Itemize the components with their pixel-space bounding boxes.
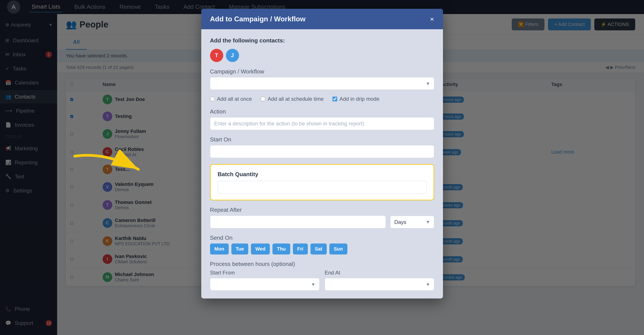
contacts-label: Add the following contacts: [210, 37, 434, 44]
day-btn-wed[interactable]: Wed [251, 243, 270, 254]
add-at-once-label: Add all at once [217, 96, 252, 102]
arrow-annotation [62, 150, 167, 194]
day-btn-thu[interactable]: Thu [272, 243, 290, 254]
end-at-select-wrapper [325, 278, 434, 290]
day-btn-tue[interactable]: Tue [231, 243, 248, 254]
action-input[interactable] [210, 117, 434, 130]
repeat-after-select[interactable]: Days Hours Weeks [390, 216, 434, 228]
day-btn-mon[interactable]: Mon [210, 243, 229, 254]
add-at-schedule-label: Add all at schedule time [268, 96, 324, 102]
modal-body: Add the following contacts: T J Campaign… [201, 29, 443, 298]
end-at-col: End At [325, 270, 434, 290]
end-at-select[interactable] [325, 278, 434, 290]
start-on-label: Start On [210, 136, 434, 143]
modal-header: Add to Campaign / Workflow × [201, 9, 443, 29]
repeat-after-row: Days Hours Weeks [210, 216, 434, 228]
add-drip-option[interactable]: Add in drip mode [332, 96, 379, 102]
campaign-select-wrapper [210, 77, 434, 90]
campaign-select[interactable] [210, 77, 434, 90]
contact-avatars: T J [210, 49, 434, 62]
start-on-input[interactable] [210, 145, 434, 158]
contact-avatar-j: J [226, 49, 239, 62]
modal-close-button[interactable]: × [430, 16, 434, 23]
end-at-label: End At [325, 270, 434, 276]
campaign-label: Campaign / Workflow [210, 68, 434, 75]
repeat-after-input[interactable] [210, 216, 386, 228]
action-group: Action [210, 108, 434, 130]
add-at-schedule-option[interactable]: Add all at schedule time [260, 96, 324, 102]
start-from-col: Start From [210, 270, 320, 290]
days-row: MonTueWedThuFriSatSun [210, 243, 434, 254]
hours-row: Start From End At [210, 270, 434, 290]
process-hours-label: Process between hours (optional) [210, 261, 434, 267]
send-on-label: Send On [210, 234, 434, 241]
start-from-select[interactable] [210, 278, 320, 290]
repeat-after-select-wrapper: Days Hours Weeks [390, 216, 434, 228]
day-btn-sat[interactable]: Sat [310, 243, 327, 254]
day-btn-fri[interactable]: Fri [293, 243, 308, 254]
day-btn-sun[interactable]: Sun [329, 243, 348, 254]
contact-avatar-t: T [210, 49, 223, 62]
start-on-group: Start On [210, 136, 434, 158]
process-hours-group: Process between hours (optional) Start F… [210, 261, 434, 290]
start-from-select-wrapper [210, 278, 320, 290]
add-drip-checkbox[interactable] [332, 97, 337, 101]
action-label: Action [210, 108, 434, 115]
add-campaign-modal: Add to Campaign / Workflow × Add the fol… [201, 9, 443, 298]
repeat-after-group: Repeat After Days Hours Weeks [210, 207, 434, 228]
repeat-after-label: Repeat After [210, 207, 434, 213]
add-at-once-option[interactable]: Add all at once [210, 96, 252, 102]
batch-quantity-section: Batch Quantity [210, 164, 434, 200]
add-at-once-radio[interactable] [210, 97, 215, 101]
add-drip-label: Add in drip mode [340, 96, 379, 102]
batch-quantity-label: Batch Quantity [218, 171, 426, 178]
send-on-group: Send On MonTueWedThuFriSatSun [210, 234, 434, 254]
add-options-row: Add all at once Add all at schedule time… [210, 96, 434, 102]
modal-overlay: Add to Campaign / Workflow × Add the fol… [0, 0, 644, 335]
add-at-schedule-radio[interactable] [260, 97, 266, 101]
modal-title: Add to Campaign / Workflow [210, 15, 306, 23]
start-from-label: Start From [210, 270, 320, 276]
campaign-workflow-group: Campaign / Workflow [210, 68, 434, 90]
batch-quantity-input[interactable] [218, 181, 426, 194]
contacts-section: Add the following contacts: T J [210, 37, 434, 62]
